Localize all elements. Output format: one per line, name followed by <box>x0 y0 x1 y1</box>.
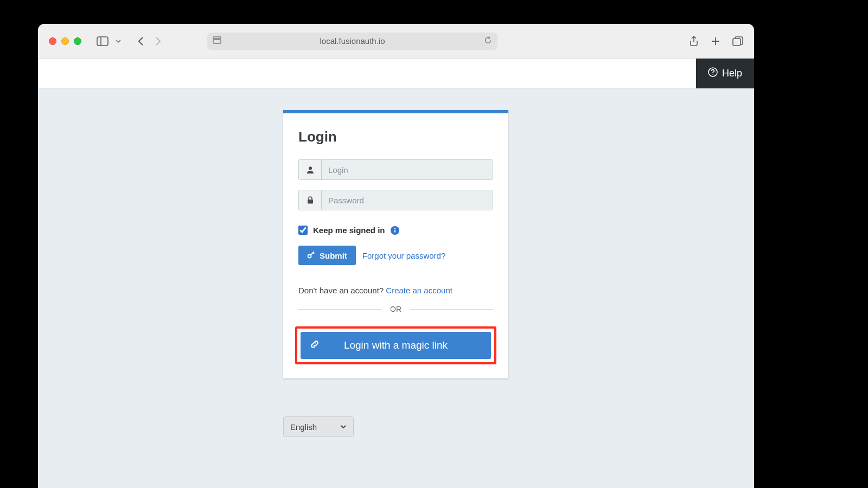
svg-rect-2 <box>213 40 221 43</box>
svg-point-14 <box>308 255 311 258</box>
link-icon <box>309 339 320 352</box>
language-selected: English <box>290 422 317 432</box>
help-icon <box>708 67 718 80</box>
key-icon <box>307 251 315 260</box>
svg-rect-3 <box>213 37 221 38</box>
new-tab-icon[interactable] <box>711 36 720 47</box>
browser-toolbar: local.fusionauth.io <box>38 24 754 59</box>
login-input-group <box>298 159 493 180</box>
keep-signed-in-label: Keep me signed in <box>313 226 385 235</box>
divider-row: OR <box>298 305 493 313</box>
divider-line <box>298 309 381 310</box>
magic-link-highlight: Login with a magic link <box>295 326 496 364</box>
password-input[interactable] <box>322 190 493 210</box>
window-controls <box>49 37 81 45</box>
browser-window: local.fusionauth.io Help Login <box>38 24 754 488</box>
svg-rect-10 <box>308 200 313 204</box>
keep-signed-in-checkbox[interactable] <box>298 226 308 235</box>
magic-link-button[interactable]: Login with a magic link <box>301 332 491 359</box>
forgot-password-link[interactable]: Forgot your password? <box>362 251 445 260</box>
help-button[interactable]: Help <box>696 59 754 88</box>
submit-button[interactable]: Submit <box>298 246 356 265</box>
reload-icon[interactable] <box>484 36 492 46</box>
no-account-text: Don't have an account? <box>298 286 386 295</box>
page-content: Help Login Keep me signed in <box>38 59 754 488</box>
share-icon[interactable] <box>689 36 699 47</box>
svg-point-12 <box>394 228 395 229</box>
create-account-link[interactable]: Create an account <box>386 286 452 295</box>
svg-rect-0 <box>97 37 108 46</box>
magic-link-label: Login with a magic link <box>344 339 448 351</box>
page-header <box>38 59 754 88</box>
navigation-group <box>137 36 163 46</box>
submit-label: Submit <box>320 251 347 260</box>
close-window-button[interactable] <box>49 37 56 45</box>
login-input[interactable] <box>322 160 493 179</box>
maximize-window-button[interactable] <box>74 37 81 45</box>
address-bar[interactable]: local.fusionauth.io <box>207 33 497 50</box>
svg-point-9 <box>309 166 312 170</box>
minimize-window-button[interactable] <box>61 37 69 45</box>
user-icon <box>299 160 322 179</box>
svg-rect-13 <box>394 229 395 232</box>
keep-signed-in-row: Keep me signed in <box>298 226 493 235</box>
password-input-group <box>298 190 493 210</box>
language-select[interactable]: English <box>283 416 354 437</box>
info-icon[interactable] <box>391 226 399 235</box>
action-row: Submit Forgot your password? <box>298 246 493 265</box>
lock-icon <box>299 190 322 210</box>
svg-rect-6 <box>733 38 741 46</box>
toolbar-right <box>689 36 743 47</box>
divider-line <box>410 309 493 310</box>
divider-label: OR <box>390 305 401 313</box>
sidebar-toggle-icon[interactable] <box>97 36 108 46</box>
forward-button[interactable] <box>153 36 163 46</box>
login-title: Login <box>298 129 493 145</box>
login-card: Login Keep me signed in <box>283 110 508 378</box>
tabs-overview-icon[interactable] <box>732 36 743 47</box>
chevron-down-icon[interactable] <box>115 38 122 44</box>
back-button[interactable] <box>137 36 146 46</box>
svg-point-8 <box>712 74 713 75</box>
help-label: Help <box>722 68 742 79</box>
no-account-row: Don't have an account? Create an account <box>298 286 493 295</box>
svg-line-16 <box>313 253 314 254</box>
chevron-down-icon <box>340 422 347 432</box>
site-settings-icon[interactable] <box>213 36 221 46</box>
address-text: local.fusionauth.io <box>320 36 385 46</box>
